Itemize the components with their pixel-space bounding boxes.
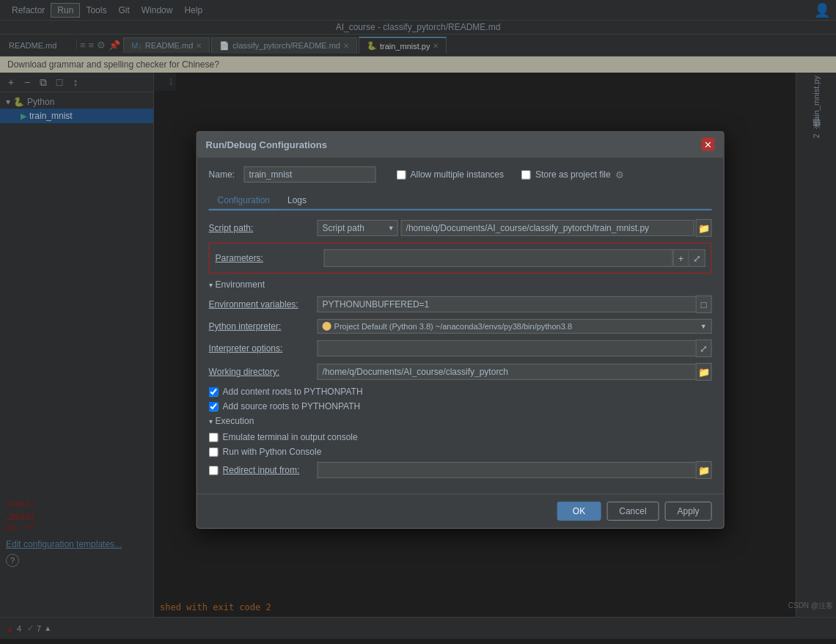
interpreter-options-input-row: ⤢ (318, 340, 712, 357)
env-vars-row: Environment variables: □ (209, 296, 712, 313)
add-content-roots-checkbox[interactable] (209, 387, 219, 396)
run-with-python-console-row: Run with Python Console (209, 447, 712, 457)
store-gear-icon[interactable]: ⚙ (615, 169, 624, 180)
allow-multiple-label: Allow multiple instances (411, 169, 504, 180)
working-directory-input[interactable] (318, 364, 696, 380)
run-with-python-console-checkbox[interactable] (209, 447, 219, 456)
dialog-title: Run/Debug Configurations (206, 139, 327, 150)
script-path-input[interactable] (401, 220, 694, 236)
add-source-roots-checkbox[interactable] (209, 401, 219, 411)
environment-label: Environment (216, 279, 265, 290)
emulate-terminal-row: Emulate terminal in output console (209, 432, 712, 442)
execution-collapse-arrow: ▾ (209, 417, 213, 425)
parameters-input[interactable] (324, 249, 673, 267)
interpreter-options-input[interactable] (318, 340, 696, 356)
redirect-input-input-row: 📁 (318, 461, 712, 479)
redirect-input-checkbox[interactable] (209, 465, 219, 475)
run-with-python-console-label: Run with Python Console (223, 447, 322, 457)
environment-section-header[interactable]: ▾ Environment (209, 279, 712, 290)
working-directory-input-row: 📁 (318, 363, 712, 381)
dialog-footer: OK Cancel Apply (197, 494, 724, 528)
parameters-input-row: + ⤢ (324, 249, 705, 267)
parameters-expand-button[interactable]: ⤢ (689, 249, 705, 267)
parameters-section: Parameters: + ⤢ (209, 243, 712, 274)
parameters-plus-button[interactable]: + (673, 249, 689, 267)
working-directory-browse-button[interactable]: 📁 (696, 363, 712, 381)
script-dropdown-arrow: ▼ (388, 224, 395, 232)
apply-button[interactable]: Apply (665, 502, 712, 521)
tab-logs[interactable]: Logs (279, 191, 315, 211)
script-dropdown-label: Script path (323, 223, 364, 233)
add-content-roots-row: Add content roots to PYTHONPATH (209, 387, 712, 397)
interpreter-options-expand-button[interactable]: ⤢ (696, 340, 712, 357)
add-source-roots-row: Add source roots to PYTHONPATH (209, 401, 712, 411)
python-interpreter-icon (323, 322, 331, 331)
execution-label: Execution (216, 416, 254, 426)
redirect-input-browse-button[interactable]: 📁 (696, 461, 712, 479)
script-type-dropdown[interactable]: Script path ▼ (318, 220, 398, 236)
emulate-terminal-label: Emulate terminal in output console (223, 432, 358, 442)
parameters-label: Parameters: (216, 253, 318, 263)
script-path-label: Script path: (209, 223, 312, 233)
working-directory-label: Working directory: (209, 367, 312, 377)
environment-collapse-arrow: ▾ (209, 280, 213, 288)
ok-button[interactable]: OK (557, 502, 601, 521)
env-vars-input[interactable] (318, 296, 696, 312)
redirect-input-check-label: Redirect input from: (209, 465, 312, 475)
python-interpreter-value: Project Default (Python 3.8) ~/anaconda3… (334, 322, 697, 331)
interpreter-options-row: Interpreter options: ⤢ (209, 340, 712, 357)
allow-multiple-row: Allow multiple instances (397, 169, 504, 180)
add-content-roots-label: Add content roots to PYTHONPATH (223, 387, 363, 397)
allow-multiple-checkbox[interactable] (397, 169, 406, 179)
redirect-input-input[interactable] (318, 462, 696, 478)
script-path-browse-button[interactable]: 📁 (696, 219, 712, 237)
name-input[interactable] (244, 167, 376, 183)
emulate-terminal-checkbox[interactable] (209, 432, 219, 442)
redirect-input-row: Redirect input from: 📁 (209, 461, 712, 479)
tab-configuration[interactable]: Configuration (209, 191, 279, 211)
execution-section: ▾ Execution Emulate terminal in output c… (209, 416, 712, 479)
name-label: Name: (209, 169, 238, 180)
dialog-close-button[interactable]: ✕ (702, 138, 715, 151)
dialog-title-bar: Run/Debug Configurations ✕ (197, 132, 724, 158)
interpreter-options-label: Interpreter options: (209, 343, 312, 354)
run-debug-dialog: Run/Debug Configurations ✕ Name: Allow m… (197, 131, 725, 529)
python-interpreter-row: Python interpreter: Project Default (Pyt… (209, 319, 712, 334)
working-directory-row: Working directory: 📁 (209, 363, 712, 381)
redirect-input-label: Redirect input from: (223, 465, 300, 475)
store-as-project-label: Store as project file (535, 169, 611, 180)
python-interpreter-dropdown[interactable]: Project Default (Python 3.8) ~/anaconda3… (318, 319, 712, 334)
script-path-controls: Script path ▼ 📁 (318, 219, 712, 237)
interpreter-dropdown-arrow: ▼ (700, 323, 707, 330)
name-row: Name: Allow multiple instances Store as … (209, 167, 712, 183)
env-vars-browse-button[interactable]: □ (696, 296, 712, 313)
env-vars-input-row: □ (318, 296, 712, 313)
script-path-row: Script path: Script path ▼ 📁 (209, 219, 712, 237)
store-as-project-row: Store as project file ⚙ (521, 169, 624, 180)
python-interpreter-label: Python interpreter: (209, 321, 312, 332)
execution-section-header[interactable]: ▾ Execution (209, 416, 712, 426)
add-source-roots-label: Add source roots to PYTHONPATH (223, 401, 361, 411)
dialog-body: Name: Allow multiple instances Store as … (197, 158, 724, 494)
env-vars-label: Environment variables: (209, 299, 312, 310)
cancel-button[interactable]: Cancel (606, 502, 659, 521)
parameters-buttons: + ⤢ (673, 249, 705, 267)
dialog-tabs: Configuration Logs (209, 191, 712, 211)
store-as-project-checkbox[interactable] (521, 169, 531, 179)
parameters-row: Parameters: + ⤢ (216, 249, 705, 267)
